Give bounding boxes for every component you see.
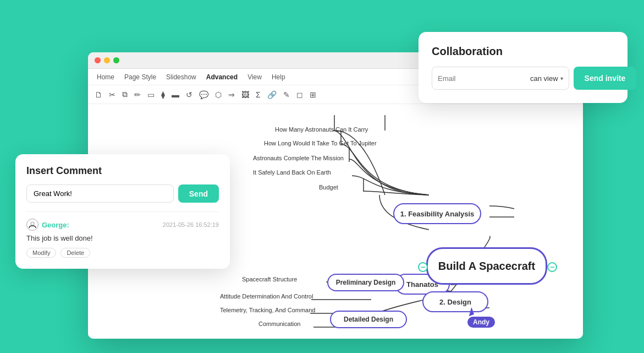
collab-row: can view ▾ Send invite [432, 67, 614, 90]
cursor-label: Andy [467, 317, 495, 328]
design-label: 2. Design [439, 298, 471, 306]
menu-home[interactable]: Home [97, 73, 114, 81]
pen-icon[interactable]: ✏ [134, 90, 141, 99]
minimize-button[interactable] [104, 57, 110, 63]
preliminary-node[interactable]: Preliminary Design [327, 274, 404, 291]
comment-send-button[interactable]: Send [178, 184, 219, 203]
feasibility-label: 1. Feasibility Analysis [400, 210, 475, 218]
comment-user: George: [26, 219, 69, 231]
copy-icon[interactable]: ⧉ [122, 90, 128, 99]
comment-actions: Modify Delete [26, 248, 219, 258]
image-icon[interactable]: 🖼 [241, 90, 249, 99]
design-branch-2: Attitude Determination And Control [220, 293, 313, 300]
branch-text-5: Budget [319, 184, 338, 191]
layers-icon[interactable]: ⧫ [161, 90, 165, 99]
menu-view[interactable]: View [247, 73, 262, 81]
main-node[interactable]: Build A Spacecraft [426, 247, 547, 285]
table-icon[interactable]: ⊞ [310, 90, 316, 99]
user-avatar-icon [26, 219, 38, 231]
branch-text-3: Astronauts Complete The Mission [253, 155, 344, 161]
branch-text-4: It Safely Land Back On Earth [253, 169, 331, 176]
email-input-wrap[interactable]: can view ▾ [432, 67, 569, 90]
comment-input-row: Send [26, 184, 219, 203]
main-node-label: Build A Spacecraft [438, 260, 535, 273]
sigma-icon[interactable]: Σ [256, 90, 261, 99]
link-icon[interactable]: 🔗 [267, 90, 277, 99]
detailed-label: Detailed Design [344, 316, 393, 323]
comment-username: George: [42, 221, 69, 229]
preliminary-label: Preliminary Design [336, 279, 396, 286]
minus-btn-left[interactable]: − [418, 262, 428, 272]
modify-button[interactable]: Modify [26, 248, 56, 258]
send-invite-button[interactable]: Send invite [574, 67, 637, 90]
email-input[interactable] [438, 74, 530, 83]
detailed-node[interactable]: Detailed Design [330, 311, 407, 328]
comment-title: Insert Comment [26, 165, 219, 177]
callout-icon[interactable]: ⬡ [215, 90, 222, 99]
branch-text-1: How Many Astronauts Can It Carry [275, 126, 368, 133]
cursor-andy: Andy [467, 308, 495, 328]
comment-timestamp: 2021-05-26 16:52:19 [163, 221, 219, 228]
cursor-triangle-icon [466, 307, 474, 317]
undo-icon[interactable]: ↺ [186, 90, 192, 99]
can-view-label: can view [530, 74, 558, 83]
delete-button[interactable]: Delete [60, 248, 90, 258]
comment-panel: Insert Comment Send George: 2021-05-26 1… [15, 154, 230, 269]
menu-advanced[interactable]: Advanced [206, 73, 238, 81]
menu-page-style[interactable]: Page Style [124, 73, 156, 81]
can-view-dropdown[interactable]: can view ▾ [530, 74, 563, 83]
menu-help[interactable]: Help [272, 73, 285, 81]
comment-text: This job is well done! [26, 234, 219, 242]
close-button[interactable] [95, 57, 101, 63]
comment-input[interactable] [26, 184, 174, 203]
svg-point-8 [31, 222, 34, 225]
file-icon[interactable]: 🗋 [95, 90, 102, 99]
cut-icon[interactable]: ✂ [109, 90, 115, 99]
design-branch-3: Telemetry, Tracking, And Command [220, 307, 315, 313]
feasibility-node[interactable]: 1. Feasibility Analysis [393, 203, 481, 224]
speech-icon[interactable]: 💬 [199, 90, 208, 99]
collab-title: Collaboration [432, 45, 614, 58]
collaboration-panel: Collaboration can view ▾ Send invite [419, 32, 628, 103]
arrow-right-icon[interactable]: ⇒ [228, 90, 235, 99]
comment-icon[interactable]: ◻ [296, 90, 303, 99]
design-branch-1: Spacecraft Structure [242, 276, 297, 283]
comment-entry: George: 2021-05-26 16:52:19 This job is … [26, 211, 219, 258]
frame-icon[interactable]: ▭ [147, 90, 155, 99]
chevron-down-icon: ▾ [560, 75, 563, 82]
design-branch-4: Communication [258, 321, 300, 327]
comment-header: George: 2021-05-26 16:52:19 [26, 219, 219, 231]
menu-slideshow[interactable]: Slideshow [166, 73, 196, 81]
maximize-button[interactable] [113, 57, 119, 63]
minus-btn-right[interactable]: − [547, 262, 557, 272]
branch-text-2: How Long Would It Take To Get To Jupiter [264, 140, 377, 146]
edit-icon[interactable]: ✎ [283, 90, 290, 99]
rect-icon[interactable]: ▬ [172, 90, 179, 99]
